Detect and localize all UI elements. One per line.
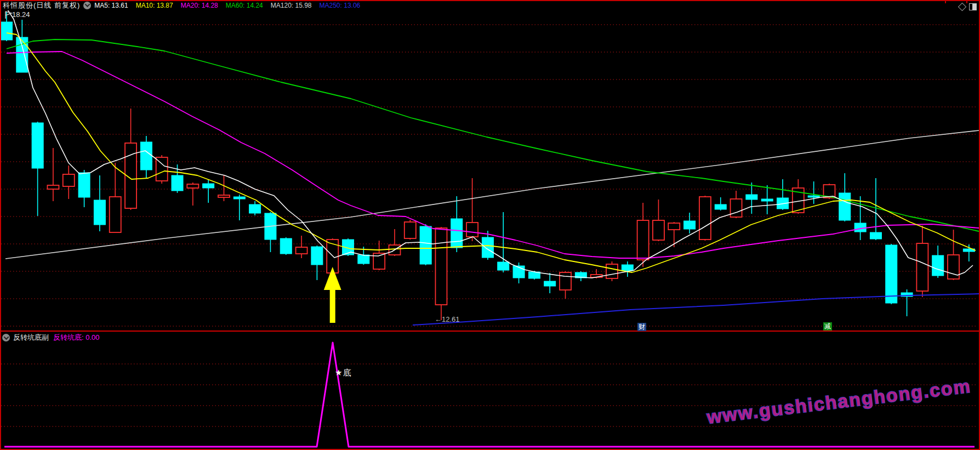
sub-pane-header: 反转坑底副 反转坑底: 0.00 [0,332,384,343]
sub-indicator-value: 反转坑底: 0.00 [53,333,100,343]
main-chart-header: 科恒股份(日线 前复权) MA5: 13.61 MA10: 13.87 MA20… [0,0,980,10]
top-border-tick [945,1,946,3]
diamond-icon[interactable] [958,3,967,12]
chart-window: 科恒股份(日线 前复权) MA5: 13.61 MA10: 13.87 MA20… [0,0,980,450]
ma60-legend: MA60: 14.24 [226,2,263,9]
bottom-signal-label: ★底 [335,368,351,378]
signal-marker-cai: 财 [637,323,646,331]
sub-indicator-title: 反转坑底副 [13,333,49,343]
ma5-legend: MA5: 13.61 [94,2,128,9]
ma20-legend: MA20: 14.28 [181,2,218,9]
split-panel-icon[interactable] [969,3,977,10]
candlestick-chart-canvas[interactable] [0,0,980,450]
low-price-label: ←12.61 [435,315,460,323]
chevron-down-icon[interactable] [83,2,91,9]
ma250-legend: MA250: 13.06 [320,2,361,9]
ma10-legend: MA10: 13.87 [136,2,173,9]
stock-title: 科恒股份(日线 前复权) [3,1,80,10]
ma120-legend: MA120: 15.98 [271,2,312,9]
corner-controls [959,3,977,10]
chevron-down-icon[interactable] [2,334,10,341]
high-price-label: 18.24 [12,10,30,19]
signal-marker-jian: 减 [823,322,832,331]
